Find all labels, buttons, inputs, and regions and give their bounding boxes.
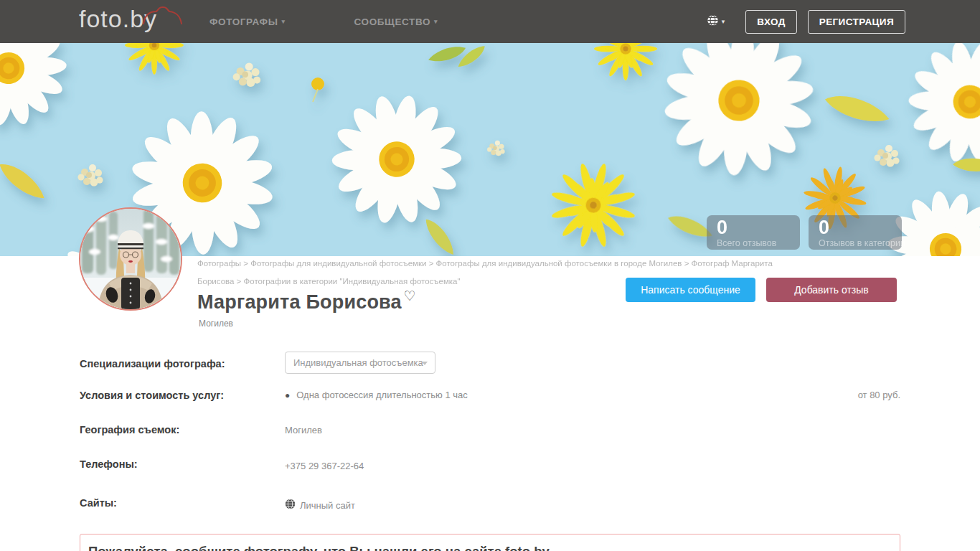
breadcrumb[interactable]: Фотографы > Фотографы для индивидуальной… [197,255,786,291]
geography-value: Могилев [285,425,322,435]
stat-value: 0 [717,217,800,237]
service-description: Одна фотосессия длительностью 1 час [296,390,857,400]
chevron-down-icon: ▾ [434,18,438,25]
chevron-down-icon: ▾ [281,18,285,25]
personal-site-label: Личный сайт [300,500,355,511]
menu-item-community[interactable]: СООБЩЕСТВО ▾ [354,17,438,27]
register-button[interactable]: РЕГИСТРАЦИЯ [808,10,905,34]
profile-name-row: Маргарита Борисова♡ [197,291,414,314]
stat-label: Отзывов в категории [819,238,902,248]
menu-item-photographers[interactable]: ФОТОГРАФЫ ▾ [209,17,286,27]
sites-label: Сайты: [80,497,117,509]
stat-label: Всего отзывов [717,238,800,248]
logo[interactable]: foto.by [79,5,157,33]
bullet-icon: ● [285,390,290,402]
navbar-right: ▾ ВХОД РЕГИСТРАЦИЯ [707,0,905,43]
geography-label: География съемок: [80,424,179,435]
notice-text: Пожалуйста, сообщите фотографу, что Вы н… [88,544,550,551]
main-menu: ФОТОГРАФЫ ▾ СООБЩЕСТВО ▾ [209,0,438,43]
phones-label: Телефоны: [80,458,138,470]
website-globe-icon [285,499,296,512]
login-button[interactable]: ВХОД [745,10,796,34]
page: foto.by ФОТОГРАФЫ ▾ СООБЩЕСТВО ▾ [0,0,980,551]
personal-site-link[interactable]: Личный сайт [285,499,355,512]
stat-category-reviews: 0 Отзывов в категории [809,215,902,250]
specialization-select[interactable]: Индивидуальная фотосъемка [285,352,435,374]
camera-logo-icon [139,2,185,30]
specialization-selected-value: Индивидуальная фотосъемка [293,357,423,368]
pricing-label: Условия и стоимость услуг: [80,390,224,401]
globe-language-icon [707,14,719,29]
profile-city: Могилев [199,319,233,329]
phone-number: +375 29 367-22-64 [285,461,364,471]
menu-item-label: ФОТОГРАФЫ [209,17,278,27]
specialization-label: Специализации фотографа: [80,358,225,369]
profile-photo[interactable] [79,207,182,311]
top-navbar: foto.by ФОТОГРАФЫ ▾ СООБЩЕСТВО ▾ [0,0,980,43]
chevron-down-icon [422,362,428,365]
chevron-down-icon: ▾ [722,18,725,25]
page-title: Маргарита Борисова [197,291,402,313]
add-review-button[interactable]: Добавить отзыв [766,278,897,302]
language-switcher[interactable]: ▾ [707,14,725,29]
service-price: от 80 руб. [858,390,900,400]
stat-value: 0 [819,217,902,237]
service-row: ● Одна фотосессия длительностью 1 час от… [285,390,900,402]
menu-item-label: СООБЩЕСТВО [354,17,430,27]
stat-total-reviews: 0 Всего отзывов [707,215,800,250]
notice-box: Пожалуйста, сообщите фотографу, что Вы н… [80,534,900,551]
